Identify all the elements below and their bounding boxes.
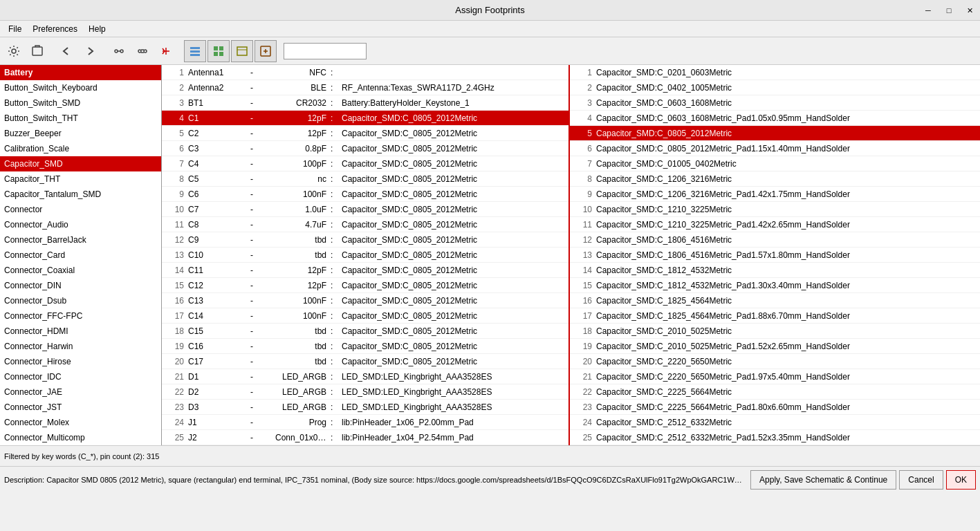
maximize-button[interactable]: □ — [939, 0, 959, 21]
component-row[interactable]: 2Antenna2-BLE:RF_Antenna:Texas_SWRA117D_… — [162, 80, 568, 95]
library-list: BatteryButton_Switch_KeyboardButton_Swit… — [0, 65, 162, 445]
library-item[interactable]: Connector_DIN — [0, 278, 161, 293]
component-row[interactable]: 13C10-tbd:Capacitor_SMD:C_0805_2012Metri… — [162, 248, 568, 263]
library-item[interactable]: Capacitor_THT — [0, 171, 161, 187]
footprint-row[interactable]: 11Capacitor_SMD:C_1210_3225Metric_Pad1.4… — [570, 217, 980, 232]
component-row[interactable]: 17C14-100nF:Capacitor_SMD:C_0805_2012Met… — [162, 308, 568, 324]
component-row[interactable]: 8C5-nc:Capacitor_SMD:C_0805_2012Metric — [162, 171, 568, 187]
library-item[interactable]: Calibration_Scale — [0, 141, 161, 156]
library-item[interactable]: Connector_Harwin — [0, 339, 161, 354]
library-item[interactable]: Connector_Card — [0, 248, 161, 263]
component-row[interactable]: 19C16-tbd:Capacitor_SMD:C_0805_2012Metri… — [162, 339, 568, 354]
svg-rect-18 — [237, 47, 247, 55]
library-item[interactable]: Button_Switch_Keyboard — [0, 80, 161, 95]
footprint-row[interactable]: 19Capacitor_SMD:C_2010_5025Metric_Pad1.5… — [570, 339, 980, 354]
component-row[interactable]: 15C12-12pF:Capacitor_SMD:C_0805_2012Metr… — [162, 278, 568, 293]
cancel-button[interactable]: Cancel — [899, 470, 943, 490]
library-item[interactable]: Connector_IDC — [0, 369, 161, 384]
tool-button-1[interactable] — [108, 40, 130, 62]
footprint-row[interactable]: 17Capacitor_SMD:C_1825_4564Metric_Pad1.8… — [570, 308, 980, 324]
library-item[interactable]: Connector_Dsub — [0, 293, 161, 308]
footprint-row[interactable]: 22Capacitor_SMD:C_2225_5664Metric — [570, 384, 980, 400]
apply-save-button[interactable]: Apply, Save Schematic & Continue — [750, 470, 896, 490]
component-row[interactable]: 18C15-tbd:Capacitor_SMD:C_0805_2012Metri… — [162, 324, 568, 339]
window-controls: ─ □ ✕ — [918, 0, 980, 21]
footprint-row[interactable]: 8Capacitor_SMD:C_1206_3216Metric — [570, 171, 980, 187]
library-item[interactable]: Battery — [0, 65, 161, 80]
footprint-row[interactable]: 18Capacitor_SMD:C_2010_5025Metric — [570, 324, 980, 339]
forward-button[interactable] — [79, 40, 101, 62]
footprint-row[interactable]: 21Capacitor_SMD:C_2220_5650Metric_Pad1.9… — [570, 369, 980, 384]
library-item[interactable]: Capacitor_SMD — [0, 156, 161, 171]
footprint-row[interactable]: 1Capacitor_SMD:C_0201_0603Metric — [570, 65, 980, 80]
library-item[interactable]: Connector_Molex — [0, 415, 161, 430]
footprint-row[interactable]: 5Capacitor_SMD:C_0805_2012Metric — [570, 126, 980, 141]
footprint-row[interactable]: 14Capacitor_SMD:C_1812_4532Metric — [570, 263, 980, 278]
footprint-row[interactable]: 10Capacitor_SMD:C_1210_3225Metric — [570, 202, 980, 217]
library-item[interactable]: Button_Switch_THT — [0, 111, 161, 126]
component-row[interactable]: 10C7-1.0uF:Capacitor_SMD:C_0805_2012Metr… — [162, 202, 568, 217]
component-row[interactable]: 24J1-Prog:lib:PinHeader_1x06_P2.00mm_Pad — [162, 415, 568, 430]
library-item[interactable]: Capacitor_Tantalum_SMD — [0, 187, 161, 202]
tool-button-2[interactable] — [131, 40, 154, 62]
component-row[interactable]: 6C3-0.8pF:Capacitor_SMD:C_0805_2012Metri… — [162, 141, 568, 156]
footprint-row[interactable]: 9Capacitor_SMD:C_1206_3216Metric_Pad1.42… — [570, 187, 980, 202]
footprint-row[interactable]: 2Capacitor_SMD:C_0402_1005Metric — [570, 80, 980, 95]
ok-button[interactable]: OK — [946, 470, 976, 490]
component-row[interactable]: 5C2-12pF:Capacitor_SMD:C_0805_2012Metric — [162, 126, 568, 141]
library-item[interactable]: Connector — [0, 202, 161, 217]
footprint-row[interactable]: 3Capacitor_SMD:C_0603_1608Metric — [570, 95, 980, 111]
load-button[interactable] — [26, 40, 48, 62]
footprint-row[interactable]: 4Capacitor_SMD:C_0603_1608Metric_Pad1.05… — [570, 111, 980, 126]
view-grid-button[interactable] — [207, 40, 230, 62]
svg-rect-16 — [214, 52, 218, 56]
component-row[interactable]: 12C9-tbd:Capacitor_SMD:C_0805_2012Metric — [162, 232, 568, 248]
component-row[interactable]: 25J2-Conn_01x04_Male:lib:PinHeader_1x04_… — [162, 430, 568, 445]
component-row[interactable]: 16C13-100nF:Capacitor_SMD:C_0805_2012Met… — [162, 293, 568, 308]
library-item[interactable]: Connector_JST — [0, 400, 161, 415]
library-item[interactable]: Connector_JAE — [0, 384, 161, 400]
library-item[interactable]: Connector_HDMI — [0, 324, 161, 339]
menu-help[interactable]: Help — [83, 23, 111, 35]
footprint-row[interactable]: 16Capacitor_SMD:C_1825_4564Metric — [570, 293, 980, 308]
component-row[interactable]: 11C8-4.7uF:Capacitor_SMD:C_0805_2012Metr… — [162, 217, 568, 232]
library-item[interactable]: Connector_Audio — [0, 217, 161, 232]
component-row[interactable]: 14C11-12pF:Capacitor_SMD:C_0805_2012Metr… — [162, 263, 568, 278]
library-item[interactable]: Connector_Coaxial — [0, 263, 161, 278]
footprint-row[interactable]: 12Capacitor_SMD:C_1806_4516Metric — [570, 232, 980, 248]
footprint-row[interactable]: 7Capacitor_SMD:C_01005_0402Metric — [570, 156, 980, 171]
footprint-row[interactable]: 6Capacitor_SMD:C_0805_2012Metric_Pad1.15… — [570, 141, 980, 156]
tool-button-3[interactable] — [155, 40, 177, 62]
settings-button[interactable] — [3, 40, 25, 62]
view-list-button[interactable] — [184, 40, 206, 62]
library-item[interactable]: Buzzer_Beeper — [0, 126, 161, 141]
library-item[interactable]: Connector_BarrelJack — [0, 232, 161, 248]
view-detail-button[interactable] — [231, 40, 253, 62]
component-row[interactable]: 3BT1-CR2032:Battery:BatteryHolder_Keysto… — [162, 95, 568, 111]
footprint-row[interactable]: 20Capacitor_SMD:C_2220_5650Metric — [570, 354, 980, 369]
minimize-button[interactable]: ─ — [918, 0, 939, 21]
library-item[interactable]: Button_Switch_SMD — [0, 95, 161, 111]
view-zoom-button[interactable] — [255, 40, 277, 62]
component-row[interactable]: 21D1-LED_ARGB:LED_SMD:LED_Kingbright_AAA… — [162, 369, 568, 384]
component-row[interactable]: 20C17-tbd:Capacitor_SMD:C_0805_2012Metri… — [162, 354, 568, 369]
component-row[interactable]: 4C1-12pF:Capacitor_SMD:C_0805_2012Metric — [162, 111, 568, 126]
component-row[interactable]: 22D2-LED_ARGB:LED_SMD:LED_Kingbright_AAA… — [162, 384, 568, 400]
footprint-row[interactable]: 25Capacitor_SMD:C_2512_6332Metric_Pad1.5… — [570, 430, 980, 445]
footprint-row[interactable]: 24Capacitor_SMD:C_2512_6332Metric — [570, 415, 980, 430]
component-row[interactable]: 7C4-100pF:Capacitor_SMD:C_0805_2012Metri… — [162, 156, 568, 171]
menu-preferences[interactable]: Preferences — [27, 23, 83, 35]
close-button[interactable]: ✕ — [959, 0, 980, 21]
component-row[interactable]: 1Antenna1-NFC: — [162, 65, 568, 80]
component-row[interactable]: 23D3-LED_ARGB:LED_SMD:LED_Kingbright_AAA… — [162, 400, 568, 415]
menu-file[interactable]: File — [3, 23, 27, 35]
back-button[interactable] — [55, 40, 77, 62]
library-item[interactable]: Connector_Multicomp — [0, 430, 161, 445]
footprint-row[interactable]: 23Capacitor_SMD:C_2225_5664Metric_Pad1.8… — [570, 400, 980, 415]
footprint-row[interactable]: 15Capacitor_SMD:C_1812_4532Metric_Pad1.3… — [570, 278, 980, 293]
footprint-row[interactable]: 13Capacitor_SMD:C_1806_4516Metric_Pad1.5… — [570, 248, 980, 263]
library-item[interactable]: Connector_FFC-FPC — [0, 308, 161, 324]
component-row[interactable]: 9C6-100nF:Capacitor_SMD:C_0805_2012Metri… — [162, 187, 568, 202]
search-input[interactable] — [284, 43, 367, 59]
library-item[interactable]: Connector_Hirose — [0, 354, 161, 369]
